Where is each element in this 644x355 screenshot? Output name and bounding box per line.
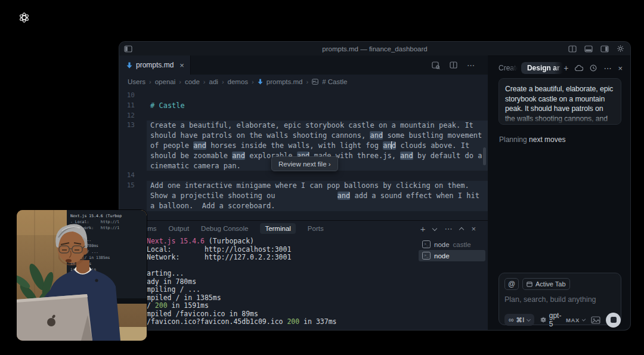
chat-tabbar: Create Design ar + ⋯ × (494, 62, 626, 74)
new-terminal-icon[interactable]: + (420, 224, 426, 233)
toggle-secondary-sidebar-icon[interactable] (600, 45, 609, 53)
tab-label: prompts.md (136, 61, 174, 69)
terminal-text: ady in 780ms (147, 277, 196, 286)
settings-gear-icon[interactable] (617, 45, 624, 53)
panel-tab-terminal[interactable]: Terminal (260, 223, 295, 234)
markdown-editor[interactable]: 1011# Castle1213Create a beautiful, elab… (119, 88, 488, 220)
breadcrumb-item[interactable]: # Castle (322, 78, 347, 85)
breadcrumb-item[interactable]: Users (128, 78, 145, 85)
panel-tab-output[interactable]: Output (169, 225, 190, 232)
text-segment: should have patrols on the walls shootin… (150, 131, 370, 140)
new-chat-icon[interactable]: + (564, 64, 568, 72)
text-segment: # Castle (150, 101, 185, 110)
active-tab-icon (527, 282, 532, 287)
terminal-text: Local: http://localhost:3001 (147, 245, 291, 254)
line-content: Show a projectile shooting ouand add a s… (147, 191, 488, 201)
line-content (147, 91, 488, 101)
close-panel-icon[interactable]: × (471, 225, 476, 233)
composer-placeholder[interactable]: Plan, search, build anything (504, 295, 615, 304)
ai-chat-panel: Create Design ar + ⋯ × Create a beautifu… (494, 55, 626, 330)
window-titlebar: prompts.md — finance_dashboard (119, 42, 630, 56)
terminal-profile-dropdown-icon[interactable] (432, 226, 437, 230)
chat-more-icon[interactable]: ⋯ (603, 64, 611, 72)
breadcrumb-separator: › (179, 78, 181, 85)
editor-tabbar: prompts.md × ⋯ (119, 55, 488, 75)
session-name: node (434, 252, 450, 260)
history-clock-icon[interactable] (590, 64, 597, 72)
agent-status: Planning next moves (499, 135, 621, 144)
attach-image-icon[interactable] (591, 316, 600, 324)
model-selector[interactable]: gpt-5 MAX (540, 311, 586, 328)
stop-icon (611, 317, 617, 323)
terminal-text: Next.js 15.4.6 (147, 237, 209, 245)
breadcrumb-item[interactable]: openai (155, 78, 176, 85)
chat-tab-create[interactable]: Create (499, 64, 518, 72)
text-segment: horses inside the walls, with light fog (206, 141, 383, 150)
split-editor-icon[interactable] (450, 61, 457, 69)
breadcrumb-item[interactable]: adi (209, 78, 218, 85)
active-tab-context-chip[interactable]: Active Tab (522, 278, 570, 290)
editor-line: 10 (119, 91, 488, 101)
model-chevron-icon (582, 317, 586, 322)
agent-mode-chip[interactable]: ∞ ⌘I (504, 314, 534, 326)
status-rest: next moves (527, 135, 566, 144)
editor-line: 14 (119, 171, 488, 181)
chat-tab-design[interactable]: Design ar (521, 62, 564, 74)
line-number: 11 (119, 101, 142, 111)
line-number: 15 (119, 181, 142, 191)
open-preview-icon[interactable] (432, 61, 440, 69)
search-match: and (370, 131, 383, 140)
maximize-panel-icon[interactable] (459, 227, 464, 232)
line-content: Add one interactive minigame where I can… (147, 181, 488, 191)
terminal-text: in 337ms (299, 317, 336, 326)
panel-tab-debug-console[interactable]: Debug Console (201, 225, 248, 232)
terminal-panel: ProblemsOutputDebug ConsoleTerminalPorts… (119, 220, 488, 330)
editor-line: Show a projectile shooting ouand add a s… (119, 191, 488, 201)
context-chip-label: Active Tab (535, 280, 566, 288)
editor-line: 15Add one interactive minigame where I c… (119, 181, 488, 191)
text-segment: cinematic camera pan. (150, 162, 241, 170)
session-suffix: castle (453, 241, 471, 248)
terminal-line: / 200 in 1591ms (147, 302, 410, 310)
prompt-quote-block[interactable]: Create a beautiful, elaborate, epic stor… (499, 78, 621, 125)
terminal-text: Network: http://127.0.2.2:3001 (147, 253, 291, 261)
chat-composer[interactable]: @ Active Tab Plan, search, build anythin… (499, 273, 621, 325)
line-number: 10 (119, 91, 142, 101)
terminal-output[interactable]: Next.js 15.4.6 (Turbopack)Local: http://… (119, 237, 410, 330)
terminal-session-node[interactable]: >_nodecastle (419, 239, 485, 250)
toggle-panel-icon[interactable] (584, 45, 593, 53)
toggle-primary-sidebar-icon[interactable] (124, 45, 132, 53)
status-lead: Planning (499, 135, 527, 144)
line-content (147, 171, 488, 181)
terminal-text: in 1591ms (168, 301, 209, 310)
terminal-text: arting... (147, 269, 184, 277)
tab-prompts-md[interactable]: prompts.md × (119, 55, 191, 75)
breadcrumb-item[interactable]: demos (228, 78, 249, 85)
cloud-icon[interactable] (575, 65, 583, 72)
review-next-file-button[interactable]: Review next file › (271, 156, 338, 171)
openai-logo (18, 12, 30, 23)
panel-more-icon[interactable]: ⋯ (444, 225, 452, 233)
infinity-icon: ∞ (509, 316, 514, 324)
apple-logo-icon (47, 318, 55, 326)
split-editor-layout-icon[interactable] (568, 45, 577, 53)
mention-button[interactable]: @ (504, 278, 519, 290)
search-match: and (338, 192, 351, 200)
chat-close-icon[interactable]: × (618, 64, 623, 72)
more-actions-icon[interactable]: ⋯ (467, 61, 475, 69)
terminal-text: mpiling / ... (147, 285, 200, 294)
terminal-line: mpiled /favicon.ico in 89ms (147, 310, 410, 319)
stop-generation-button[interactable] (606, 313, 621, 328)
breadcrumb-item[interactable]: code (185, 78, 200, 85)
breadcrumb-item[interactable]: prompts.md (267, 78, 303, 85)
line-number (119, 191, 142, 201)
close-tab-icon[interactable]: × (179, 61, 184, 70)
terminal-line: mpiling / ... (147, 286, 410, 294)
line-content: a balloon. Add a scoreboard. (147, 201, 488, 211)
editor-scrollbar[interactable] (483, 147, 486, 165)
terminal-text: mpiled /favicon.ico in 89ms (147, 310, 258, 318)
presenter (17, 210, 147, 341)
panel-tab-ports[interactable]: Ports (308, 225, 324, 232)
terminal-session-node[interactable]: >_node (419, 250, 485, 261)
line-number: 13 (119, 121, 142, 131)
